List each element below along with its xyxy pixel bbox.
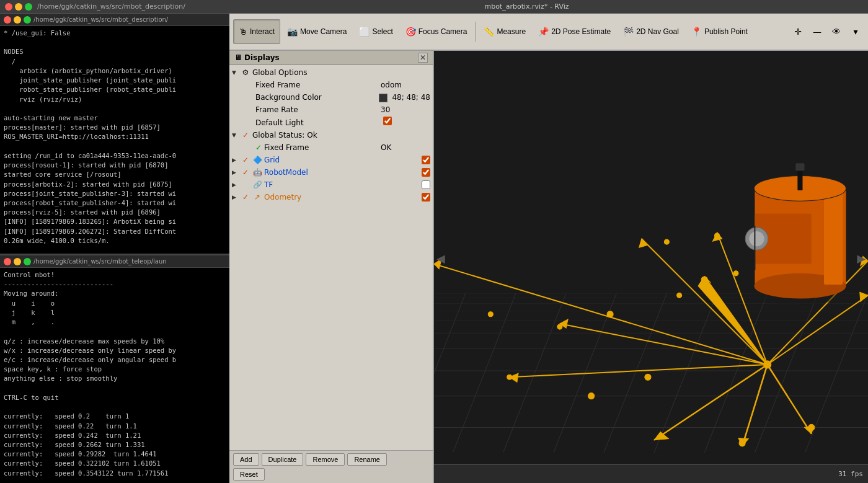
displays-blank-area <box>229 259 433 451</box>
chevron-down-button[interactable]: ▾ <box>847 23 864 40</box>
robot-model-checkbox[interactable] <box>422 168 430 177</box>
eye-button[interactable]: 👁 <box>828 23 845 40</box>
pose-estimate-label: 2D Pose Estimate <box>551 27 611 36</box>
robot-model-arrow[interactable]: ▶ <box>232 167 241 178</box>
global-options-item[interactable]: ▼ ⚙ Global Options <box>229 66 433 79</box>
displays-footer-row-1: Add Duplicate Remove Rename <box>233 453 429 466</box>
svg-point-51 <box>645 374 651 380</box>
tf-type-icon: 🔗 <box>252 180 262 190</box>
interact-button[interactable]: 🖱 Interact <box>233 19 280 44</box>
move-camera-label: Move Camera <box>300 27 347 36</box>
focus-camera-button[interactable]: 🎯 Focus Camera <box>400 19 473 44</box>
grid-item[interactable]: ▶ ✓ 🔷 Grid <box>229 154 433 166</box>
term-bot-min[interactable] <box>14 258 21 265</box>
svg-point-54 <box>739 440 745 446</box>
publish-point-icon: 📍 <box>691 27 702 37</box>
frame-rate-value[interactable]: 30 <box>381 104 430 115</box>
duplicate-button[interactable]: Duplicate <box>262 453 304 466</box>
term-top-max[interactable] <box>24 16 31 24</box>
tf-item[interactable]: ▶ 🔗 TF <box>229 179 433 191</box>
svg-rect-61 <box>824 192 843 285</box>
default-light-value <box>381 117 430 128</box>
svg-point-52 <box>588 393 595 399</box>
interact-icon: 🖱 <box>239 27 247 37</box>
fixed-frame-item[interactable]: Fixed Frame odom <box>229 79 433 91</box>
displays-panel: 🖥 Displays ✕ ▼ ⚙ Global Options <box>229 51 434 483</box>
crosshair-button[interactable]: ✛ <box>789 23 807 40</box>
add-button[interactable]: Add <box>233 453 259 466</box>
minus-button[interactable]: — <box>808 23 826 40</box>
rename-button[interactable]: Rename <box>347 453 387 466</box>
grid-arrow[interactable]: ▶ <box>232 154 241 166</box>
terminal-bottom-content[interactable]: Control mbot! --------------------------… <box>0 268 229 483</box>
default-light-checkbox[interactable] <box>383 117 392 125</box>
term-top-min[interactable] <box>14 16 21 24</box>
robot-model-label: RobotModel <box>264 167 419 178</box>
remove-button[interactable]: Remove <box>306 453 345 466</box>
fixed-frame-value[interactable]: odom <box>381 79 430 91</box>
odometry-label: Odometry <box>264 192 419 203</box>
titlebar: /home/ggk/catkin_ws/src/mbot_description… <box>0 0 868 14</box>
global-status-label: Global Status: Ok <box>252 130 430 141</box>
term-bot-max[interactable] <box>24 258 31 265</box>
odometry-item[interactable]: ▶ ✓ ↗ Odometry <box>229 191 433 203</box>
reset-button[interactable]: Reset <box>233 468 265 481</box>
odometry-arrow[interactable]: ▶ <box>232 192 241 203</box>
select-button[interactable]: ⬜ Select <box>353 19 398 44</box>
frame-rate-item[interactable]: Frame Rate 30 <box>229 104 433 116</box>
terminal-top: /home/ggk/catkin_ws/src/mbot_description… <box>0 14 229 254</box>
global-options-arrow[interactable]: ▼ <box>232 67 241 78</box>
move-camera-icon: 📷 <box>287 27 298 37</box>
background-color-item[interactable]: Background Color 48; 48; 48 <box>229 91 433 104</box>
svg-rect-67 <box>797 168 802 190</box>
global-status-arrow[interactable]: ▼ <box>232 130 241 141</box>
grid-checkbox[interactable] <box>422 156 430 164</box>
maximize-button[interactable] <box>25 3 32 11</box>
window-controls[interactable] <box>5 3 32 11</box>
odometry-status-icon: ✓ <box>241 192 250 202</box>
default-light-label: Default Light <box>255 117 381 128</box>
viewport-scroll-left[interactable]: ◀ <box>436 251 445 264</box>
svg-rect-68 <box>795 163 804 171</box>
svg-point-45 <box>607 311 613 317</box>
default-light-item[interactable]: Default Light <box>229 116 433 129</box>
displays-close-button[interactable]: ✕ <box>418 53 428 63</box>
global-status-fixed-item: ✓ Fixed Frame OK <box>229 141 433 154</box>
publish-point-label: Publish Point <box>704 27 748 36</box>
svg-point-47 <box>714 233 719 238</box>
svg-point-46 <box>557 324 562 329</box>
displays-header-title: 🖥 Displays <box>234 53 280 62</box>
tf-label: TF <box>264 179 419 190</box>
robot-model-item[interactable]: ▶ ✓ 🤖 RobotModel <box>229 166 433 179</box>
publish-point-button[interactable]: 📍 Publish Point <box>686 19 753 44</box>
tf-arrow[interactable]: ▶ <box>232 179 241 190</box>
svg-point-56 <box>488 312 493 317</box>
rviz-content: 🖥 Displays ✕ ▼ ⚙ Global Options <box>229 51 868 483</box>
move-camera-button[interactable]: 📷 Move Camera <box>281 19 352 44</box>
pose-estimate-button[interactable]: 📌 2D Pose Estimate <box>533 19 616 44</box>
robot-model <box>745 163 846 304</box>
term-top-close[interactable] <box>4 16 11 24</box>
measure-button[interactable]: 📏 Measure <box>478 19 531 44</box>
pose-estimate-icon: 📌 <box>538 27 549 37</box>
terminal-top-bar: /home/ggk/catkin_ws/src/mbot_description… <box>0 14 229 26</box>
minimize-button[interactable] <box>15 3 22 11</box>
global-status-item[interactable]: ▼ ✓ Global Status: Ok <box>229 129 433 141</box>
close-button[interactable] <box>5 3 12 11</box>
nav-goal-button[interactable]: 🏁 2D Nav Goal <box>618 19 684 44</box>
grid-status-icon: ✓ <box>241 155 250 165</box>
rviz-toolbar: 🖱 Interact 📷 Move Camera ⬜ Select 🎯 Focu… <box>229 14 868 51</box>
frame-rate-label: Frame Rate <box>255 104 381 115</box>
viewport[interactable]: ◀ ▶ 31 fps <box>434 51 868 483</box>
terminal-top-content[interactable]: * /use_gui: False NODES / arbotix (arbot… <box>0 26 229 254</box>
svg-point-48 <box>664 239 669 244</box>
viewport-scroll-right[interactable]: ▶ <box>857 251 866 264</box>
titlebar-title: mbot_arbotix.rviz* - RViz <box>190 2 863 11</box>
odometry-checkbox[interactable] <box>422 193 430 202</box>
terminal-pane: /home/ggk/catkin_ws/src/mbot_description… <box>0 14 229 483</box>
term-bot-close[interactable] <box>4 258 11 265</box>
displays-panel-title: Displays <box>244 53 280 62</box>
tf-checkbox[interactable] <box>422 180 430 189</box>
nav-goal-icon: 🏁 <box>623 27 634 37</box>
odometry-type-icon: ↗ <box>252 192 262 202</box>
